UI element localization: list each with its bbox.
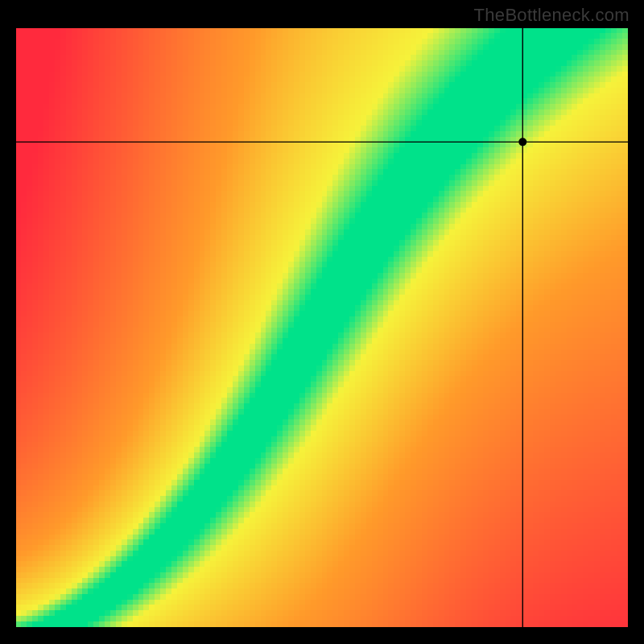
watermark-label: TheBottleneck.com	[474, 5, 630, 26]
bottleneck-heatmap	[16, 28, 628, 627]
